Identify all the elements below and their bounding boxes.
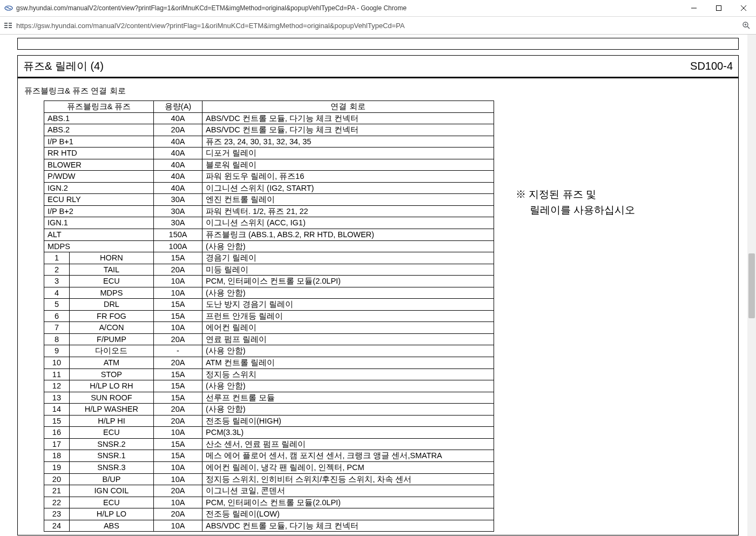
cell-name: HORN: [69, 252, 153, 264]
table-row: 18SNSR.115A메스 에어 플로어 센서, 캠 포지션 센서, 크랭크 앵…: [44, 450, 494, 462]
cell-circuit: (사용 안함): [202, 404, 494, 416]
table-row: 10ATM20AATM 컨트롤 릴레이: [44, 357, 494, 369]
side-note-line1: ※ 지정된 퓨즈 및: [516, 189, 596, 200]
cell-capacity: 40A: [154, 136, 202, 148]
cell-circuit: 전조등 릴레이(HIGH): [202, 415, 494, 427]
cell-circuit: 경음기 릴레이: [202, 252, 494, 264]
cell-number: 14: [44, 404, 70, 416]
cell-circuit: 정지등 스위치: [202, 368, 494, 380]
cell-circuit: 에어컨 릴레이, 냉각 팬 릴레이, 인젝터, PCM: [202, 461, 494, 473]
cell-name: ECU RLY: [44, 194, 154, 206]
cell-name: BLOWER: [44, 159, 154, 171]
table-row: 3ECU10APCM, 인터페이스 컨트롤 모듈(2.0LPI): [44, 276, 494, 287]
cell-capacity: 30A: [154, 217, 202, 229]
cell-circuit: ABS/VDC 컨트롤 모듈, 다기능 체크 컨넥터: [202, 520, 494, 532]
cell-number: 2: [44, 264, 70, 276]
cell-capacity: 40A: [154, 148, 202, 159]
cell-circuit: 블로워 릴레이: [202, 159, 494, 171]
table-row: 8F/PUMP20A연료 펌프 릴레이: [44, 333, 494, 345]
cell-circuit: ABS/VDC 컨트롤 모듈, 다기능 체크 컨넥터: [202, 124, 494, 136]
cell-circuit: PCM, 인터페이스 컨트롤 모듈(2.0LPI): [202, 497, 494, 508]
cell-number: 13: [44, 392, 70, 404]
table-row: ECU RLY30A엔진 컨트롤 릴레이: [44, 194, 494, 206]
previous-section-bottom: [17, 38, 739, 50]
scrollbar-thumb[interactable]: [748, 253, 755, 318]
cell-capacity: 10A: [154, 276, 202, 287]
cell-circuit: (사용 안함): [202, 240, 494, 252]
cell-capacity: 15A: [154, 368, 202, 380]
cell-circuit: 이그니션 코일, 콘덴서: [202, 485, 494, 497]
cell-name: TAIL: [69, 264, 153, 276]
site-settings-icon[interactable]: [0, 21, 16, 30]
cell-name: STOP: [69, 368, 153, 380]
address-bar: https://gsw.hyundai.com/manualV2/content…: [0, 17, 756, 35]
cell-capacity: 40A: [154, 182, 202, 194]
cell-circuit: 선루프 컨트롤 모듈: [202, 392, 494, 404]
scrollbar-track[interactable]: [747, 35, 756, 536]
cell-circuit: ATM 컨트롤 릴레이: [202, 357, 494, 369]
cell-name: SNSR.2: [69, 438, 153, 450]
cell-capacity: 150A: [154, 229, 202, 241]
close-button[interactable]: [731, 0, 756, 16]
maximize-button[interactable]: [706, 0, 731, 16]
cell-name: ECU: [69, 427, 153, 439]
svg-rect-7: [4, 25, 8, 26]
cell-capacity: 15A: [154, 392, 202, 404]
cell-number: 17: [44, 438, 70, 450]
table-row: 14H/LP WASHER20A(사용 안함): [44, 404, 494, 416]
cell-capacity: 10A: [154, 520, 202, 532]
svg-rect-6: [9, 23, 12, 24]
cell-number: 20: [44, 473, 70, 485]
cell-name: F/PUMP: [69, 333, 153, 345]
svg-rect-10: [9, 27, 12, 28]
table-row: 4MDPS10A(사용 안함): [44, 287, 494, 299]
header-capacity: 용량(A): [154, 101, 202, 113]
table-row: 12H/LP LO RH15A(사용 안함): [44, 380, 494, 392]
cell-circuit: 엔진 컨트롤 릴레이: [202, 194, 494, 206]
cell-number: 18: [44, 450, 70, 462]
cell-circuit: (사용 안함): [202, 380, 494, 392]
minimize-button[interactable]: [681, 0, 706, 16]
cell-name: SUN ROOF: [69, 392, 153, 404]
cell-name: IGN.2: [44, 182, 154, 194]
cell-circuit: 파워 윈도우 릴레이, 퓨즈16: [202, 171, 494, 183]
header-name: 퓨즈블링크& 퓨즈: [44, 101, 154, 113]
table-row: I/P B+140A퓨즈 23, 24, 30, 31, 32, 34, 35: [44, 136, 494, 148]
zoom-icon[interactable]: [737, 21, 756, 30]
cell-number: 21: [44, 485, 70, 497]
cell-circuit: 산소 센서, 연료 펌프 릴레이: [202, 438, 494, 450]
page-viewport[interactable]: 퓨즈& 릴레이 (4) SD100-4 퓨즈블링크& 퓨즈 연결 회로 퓨즈블링…: [0, 35, 756, 536]
cell-capacity: 40A: [154, 112, 202, 124]
document-sheet: 퓨즈& 릴레이 (4) SD100-4 퓨즈블링크& 퓨즈 연결 회로 퓨즈블링…: [17, 38, 739, 536]
table-row: 5DRL15A도난 방지 경음기 릴레이: [44, 299, 494, 311]
cell-name: ABS.2: [44, 124, 154, 136]
cell-capacity: 20A: [154, 404, 202, 416]
table-row: I/P B+230A파워 컨넥터. 1/2, 퓨즈 21, 22: [44, 205, 494, 217]
url-text[interactable]: https://gsw.hyundai.com/manualV2/content…: [16, 22, 737, 30]
svg-rect-5: [4, 23, 8, 24]
table-row: MDPS100A(사용 안함): [44, 240, 494, 252]
cell-number: 5: [44, 299, 70, 311]
table-row: 7A/CON10A에어컨 릴레이: [44, 322, 494, 334]
cell-name: I/P B+1: [44, 136, 154, 148]
cell-capacity: 100A: [154, 240, 202, 252]
section-header: 퓨즈& 릴레이 (4) SD100-4: [17, 55, 739, 78]
cell-name: ABS: [69, 520, 153, 532]
cell-capacity: 20A: [154, 415, 202, 427]
cell-name: RR HTD: [44, 148, 154, 159]
section-body: 퓨즈블링크& 퓨즈 연결 회로 퓨즈블링크& 퓨즈 용량(A) 연결 회로 AB…: [17, 78, 739, 535]
cell-name: MDPS: [44, 240, 154, 252]
cell-circuit: 프런트 안개등 릴레이: [202, 310, 494, 322]
cell-number: 9: [44, 345, 70, 357]
cell-number: 22: [44, 497, 70, 508]
window-titlebar: gsw.hyundai.com/manualV2/content/view?pr…: [0, 0, 756, 17]
cell-capacity: 20A: [154, 124, 202, 136]
cell-name: H/LP HI: [69, 415, 153, 427]
table-row: ABS.140AABS/VDC 컨트롤 모듈, 다기능 체크 컨넥터: [44, 112, 494, 124]
cell-circuit: 이그니션 스위치 (IG2, START): [202, 182, 494, 194]
cell-capacity: 15A: [154, 310, 202, 322]
cell-capacity: 15A: [154, 438, 202, 450]
cell-capacity: 40A: [154, 159, 202, 171]
cell-number: 16: [44, 427, 70, 439]
table-row: 21IGN COIL20A이그니션 코일, 콘덴서: [44, 485, 494, 497]
